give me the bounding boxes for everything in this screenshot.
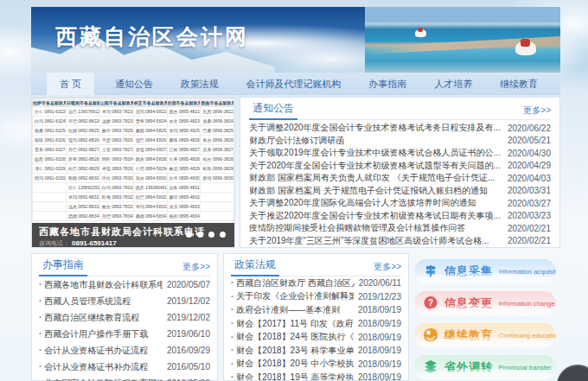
carousel-dot[interactable] <box>220 232 226 238</box>
item-title: 西藏自治区财政厅 西藏自治区人... <box>236 277 354 289</box>
quick-link-label: 继续教育 <box>444 327 493 343</box>
list-item[interactable]: ·西藏会计用户操作手册下载2019/06/10 <box>39 326 210 342</box>
bullet: · <box>231 346 233 355</box>
table-cell: 扎西 0896-3822174 <box>201 107 234 117</box>
quick-link-layers[interactable]: 省外调转Provincial transfer <box>414 355 556 379</box>
table-row: 益西 0891-6328257罗布 0892-8828316阿旺 0893-78… <box>33 155 234 164</box>
list-item[interactable]: 关于领取2019年度会计专业技术中级资格考试合格人员证书的公...2020/04… <box>249 147 551 160</box>
list-item[interactable]: ·西藏自治区继续教育流程2019/12/02 <box>39 309 210 326</box>
item-date: 2020/05/21 <box>508 136 551 145</box>
policies-more-link[interactable]: 更多>> <box>374 261 401 276</box>
item-title: 关于领取2019年度会计专业技术中级资格考试合格人员证书的公... <box>249 147 501 159</box>
quick-link-question[interactable]: ?信息变更Information change <box>414 291 556 315</box>
item-date: 2020/05/07 <box>167 280 210 289</box>
list-item[interactable]: ·会计从业资格证书补办流程2016/05/10 <box>39 359 210 375</box>
contact-table-carousel[interactable]: 拉萨市各县财政局会计科电话日喀则市各县财政局会计科电话山南市各县财政局会计科电话… <box>31 97 235 248</box>
list-item[interactable]: 关于调整2020年度国际化高端会计人才选拔培养时间的通知2020/03/27 <box>249 197 551 210</box>
quick-link-label-en: Information change <box>499 300 555 308</box>
phone-number: 0891-6591417 <box>72 239 117 247</box>
table-row: 白玛 0891-6324571旦增 0892-8822635达娃 0893-78… <box>33 117 234 126</box>
table-cell: 格桑 0891-6325486 <box>33 126 67 136</box>
table-cell: 卓嘎 0893-7829316 <box>99 164 133 174</box>
item-date: 2019/06/10 <box>167 329 210 339</box>
quick-link-signpost[interactable]: 信息采集Information acquisition <box>414 259 556 283</box>
item-title: 会计从业资格证书补办流程 <box>44 361 163 373</box>
list-item[interactable]: 财政厅会计法修订调研函2020/05/21 <box>249 135 551 148</box>
nav-tab-3[interactable]: 会计师及代理记账机构 <box>240 73 348 95</box>
carousel-dot[interactable] <box>197 232 203 238</box>
table-cell: 罗布 0892-8828316 <box>66 155 99 164</box>
table-cell: 边巴 13907891250 <box>66 107 99 117</box>
notices-title[interactable]: 通知公告 <box>249 101 297 120</box>
table-cell: 嘎玛 0892-8826451 <box>66 136 99 145</box>
list-item[interactable]: 关于2020年度全国会计专业技术初级资格考试题型等有关问题的...2020/04… <box>249 160 551 173</box>
quick-link-label-en: Provincial transfer <box>499 364 552 371</box>
table-cell: 米玛 0894-5833253 <box>133 202 167 212</box>
list-item[interactable]: ·北京国家会计学院远程教育网继续...2016/05/09 <box>39 375 210 381</box>
nav-tab-2[interactable]: 政策法规 <box>174 73 226 95</box>
table-column-header: 那曲市各县财政局会计科电话 <box>201 98 234 107</box>
item-date: 2018/09/19 <box>358 319 401 328</box>
table-row: 顿珠 0891-6326342嘎玛 0892-8826451平措 0893-78… <box>33 136 234 145</box>
table-cell: 泽仁 0891-6329373 <box>33 164 67 174</box>
table-cell <box>33 183 67 193</box>
list-item[interactable]: ·西藏各地市县财政会计科联系电话2020/05/07 <box>39 276 210 293</box>
bullet: · <box>39 313 42 322</box>
table-cell: 普布 0894-5824426 <box>133 117 167 126</box>
list-item[interactable]: 关于2019年度“三区三州”等深度贫困地区高级会计师考试合格...2020/02… <box>249 235 551 248</box>
policies-title[interactable]: 政策法规 <box>231 257 279 276</box>
item-date: 2020/03/27 <box>508 199 551 208</box>
nav-tab-4[interactable]: 办事指南 <box>361 73 413 95</box>
list-item[interactable]: 关于推迟2020年度全国会计专业技术初级资格考试日期有关事项...2020/03… <box>249 210 551 223</box>
policies-header: 政策法规 更多>> <box>231 256 401 276</box>
list-item[interactable]: ·西藏人员管理系统流程2019/12/02 <box>39 293 210 309</box>
table-cell: 卓玛 0893-7821036 <box>99 107 133 117</box>
carousel-dot[interactable] <box>208 232 214 238</box>
table-cell <box>201 183 234 193</box>
list-item[interactable]: ·关于印发《企业会计准则解释第1...2019/12/23 <box>231 290 401 304</box>
table-column-header: 林芝市各县财政局会计科电话 <box>133 98 167 107</box>
table-cell: 次旦 0895-4830174 <box>167 174 201 183</box>
list-item[interactable]: 关于调整2020年度全国会计专业技术资格考试考务日程安排及有...2020/06… <box>249 122 551 135</box>
item-date: 2020/02/21 <box>508 224 551 233</box>
list-item[interactable]: ·会计从业资格证书办证流程2016/09/29 <box>39 342 210 359</box>
table-cell: 斯朗 0892-8830147 <box>66 174 99 183</box>
floating-widget-button[interactable] <box>557 365 588 381</box>
guide-title[interactable]: 办事指南 <box>39 257 87 276</box>
question-icon: ? <box>423 295 438 311</box>
table-column-header: 昌都市各县财政局会计科电话 <box>167 98 201 107</box>
nav-tab-6[interactable]: 继续教育 <box>493 73 545 95</box>
list-item[interactable]: ·财会【2018】19号 高等学校执行...2018/09/19 <box>231 371 401 381</box>
svg-text:?: ? <box>428 298 433 308</box>
list-item[interactable]: 财政部 国家档案局 关于规范电子会计凭证报销入账归档的通知2020/03/31 <box>249 185 551 198</box>
item-title: 政府会计准则——基本准则 <box>236 304 354 316</box>
guide-box: 办事指南 更多>> ·西藏各地市县财政会计科联系电话2020/05/07·西藏人… <box>31 253 218 381</box>
list-item[interactable]: ·财会【2018】20号 中小学校执行...2018/09/19 <box>231 358 401 371</box>
list-item[interactable]: ·财会【2018】23号 科学事业单位...2018/09/19 <box>231 344 401 358</box>
list-item[interactable]: ·财会【2018】24号 医院执行《政...2018/09/19 <box>231 330 401 344</box>
table-cell: 格列 0895-4834215 <box>167 212 201 221</box>
list-item[interactable]: 财政部 国家档案局有关负责人就印发 《关于规范电子会计凭证...2020/04/… <box>249 172 551 185</box>
table-row: 明玛 0891-6330262斯朗 0892-8830147珍拉 0893-78… <box>33 174 234 183</box>
list-item[interactable]: ·政府会计准则——基本准则2018/09/19 <box>231 303 401 317</box>
notices-more-link[interactable]: 更多>> <box>523 105 551 119</box>
item-date: 2016/05/10 <box>167 362 210 371</box>
quick-link-mouse[interactable]: 继续教育Continuing education <box>414 323 556 347</box>
table-cell: 边多 0895-4831263 <box>167 183 201 193</box>
main-nav: 首 页通知公告政策法规会计师及代理记账机构办事指南人才培养继续教育 <box>31 73 560 95</box>
nav-tab-5[interactable]: 人才培养 <box>427 73 479 95</box>
upper-row: 拉萨市各县财政局会计科电话日喀则市各县财政局会计科电话山南市各县财政局会计科电话… <box>31 97 560 248</box>
guide-more-link[interactable]: 更多>> <box>182 261 210 276</box>
table-cell: 尼玛 0894-5822317 <box>133 107 167 117</box>
list-item[interactable]: ·财会【2017】11号 印发《政府会...2018/09/19 <box>231 317 401 331</box>
carousel-dot[interactable] <box>186 232 192 238</box>
item-title: 财政部 国家档案局 关于规范电子会计凭证报销入账归档的通知 <box>249 185 501 197</box>
nav-tab-0[interactable]: 首 页 <box>47 73 94 95</box>
table-cell: 阿旺 0893-7828422 <box>99 155 133 164</box>
table-cell: 多吉 0896-3826228 <box>201 136 234 145</box>
table-column-header: 拉萨市各县财政局会计科电话 <box>33 98 67 107</box>
list-item[interactable]: ·西藏自治区财政厅 西藏自治区人...2020/06/11 <box>231 276 401 290</box>
list-item[interactable]: 疫情防控期间接受社会捐赠款物管理及会计核算操作问答2020/02/21 <box>249 222 551 235</box>
table-cell: 加央 0894-5830362 <box>133 174 167 183</box>
nav-tab-1[interactable]: 通知公告 <box>108 73 160 95</box>
